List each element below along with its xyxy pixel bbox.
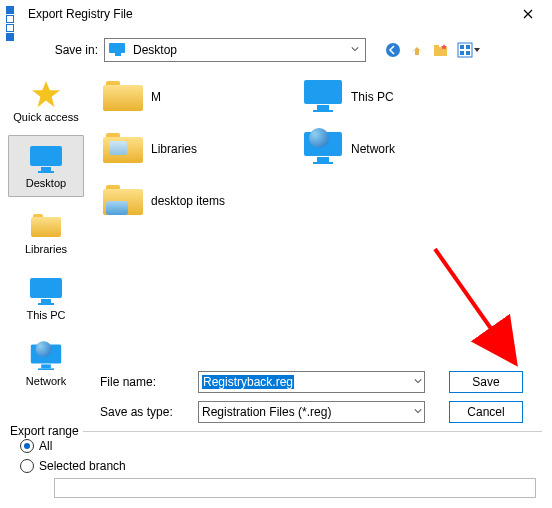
title-bar: Export Registry File [0, 0, 552, 29]
window-title: Export Registry File [28, 7, 133, 21]
sidebar-libraries[interactable]: Libraries [8, 201, 84, 263]
monitor-icon [29, 277, 63, 307]
svg-point-0 [386, 43, 400, 57]
new-folder-icon[interactable] [432, 41, 450, 59]
star-icon [29, 79, 63, 109]
navigation-toolbar [384, 41, 482, 59]
file-name-combo[interactable]: Registryback.reg [198, 371, 425, 393]
save-as-type-value: Registration Files (*.reg) [202, 405, 331, 419]
save-in-value: Desktop [133, 43, 177, 57]
list-item[interactable]: Network [301, 125, 501, 173]
network-icon [29, 343, 63, 373]
save-in-combo[interactable]: Desktop [104, 38, 366, 62]
network-icon [301, 129, 345, 169]
folder-icon [101, 181, 145, 221]
svg-rect-4 [460, 45, 464, 49]
desktop-icon [109, 43, 127, 57]
file-name-label: File name: [100, 375, 198, 389]
export-range-group: Export range All Selected branch [10, 431, 542, 504]
view-menu-icon[interactable] [456, 41, 482, 59]
close-button[interactable] [508, 2, 548, 26]
svg-rect-5 [466, 45, 470, 49]
folder-icon [29, 211, 63, 241]
cancel-button[interactable]: Cancel [449, 401, 523, 423]
chevron-down-icon[interactable] [414, 404, 422, 418]
radio-icon [20, 439, 34, 453]
chevron-down-icon[interactable] [414, 374, 422, 388]
back-icon[interactable] [384, 41, 402, 59]
sidebar-desktop[interactable]: Desktop [8, 135, 84, 197]
svg-rect-2 [434, 45, 439, 48]
svg-rect-7 [466, 51, 470, 55]
save-in-label: Save in: [40, 43, 104, 57]
sidebar-quick-access[interactable]: Quick access [8, 69, 84, 131]
sidebar-network[interactable]: Network [8, 333, 84, 395]
places-bar: Quick access Desktop Libraries This PC N… [0, 69, 92, 369]
svg-rect-6 [460, 51, 464, 55]
export-range-legend: Export range [10, 424, 83, 438]
save-as-type-combo[interactable]: Registration Files (*.reg) [198, 401, 425, 423]
folder-icon [101, 77, 145, 117]
chevron-down-icon[interactable] [348, 42, 362, 56]
desktop-icon [29, 145, 63, 175]
file-list-pane[interactable]: M This PC Libraries Network desktop item… [92, 69, 552, 369]
save-button[interactable]: Save [449, 371, 523, 393]
up-icon[interactable] [408, 41, 426, 59]
libraries-icon [101, 129, 145, 169]
list-item[interactable]: Libraries [101, 125, 301, 173]
sidebar-this-pc[interactable]: This PC [8, 267, 84, 329]
radio-selected-branch[interactable]: Selected branch [20, 456, 542, 476]
list-item[interactable]: This PC [301, 73, 501, 121]
list-item[interactable]: desktop items [101, 177, 301, 225]
monitor-icon [301, 77, 345, 117]
list-item[interactable]: M [101, 73, 301, 121]
save-as-type-label: Save as type: [100, 405, 198, 419]
regedit-icon [6, 6, 22, 22]
selected-branch-input[interactable] [54, 478, 536, 498]
file-name-value: Registryback.reg [202, 375, 294, 389]
radio-all[interactable]: All [20, 436, 542, 456]
radio-icon [20, 459, 34, 473]
